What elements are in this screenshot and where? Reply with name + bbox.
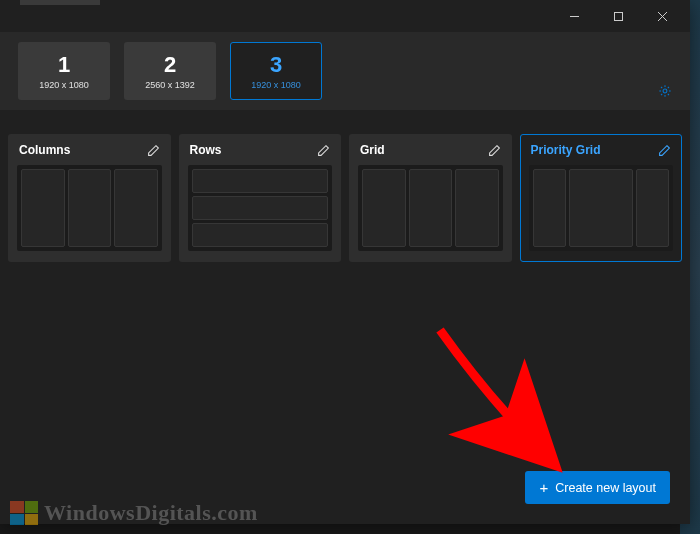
minimize-button[interactable] — [554, 2, 594, 30]
close-button[interactable] — [642, 2, 682, 30]
create-label: Create new layout — [555, 481, 656, 495]
watermark-text: WindowsDigitals.com — [44, 500, 258, 526]
monitor-resolution: 2560 x 1392 — [145, 80, 195, 90]
settings-icon[interactable] — [658, 84, 672, 102]
layout-columns[interactable]: Columns — [8, 134, 171, 262]
layout-title: Rows — [190, 143, 222, 157]
edit-icon[interactable] — [658, 144, 671, 157]
monitor-1[interactable]: 1 1920 x 1080 — [18, 42, 110, 100]
monitor-resolution: 1920 x 1080 — [251, 80, 301, 90]
monitor-resolution: 1920 x 1080 — [39, 80, 89, 90]
layout-priority-grid[interactable]: Priority Grid — [520, 134, 683, 262]
titlebar — [0, 0, 690, 32]
layout-title: Grid — [360, 143, 385, 157]
edit-icon[interactable] — [488, 144, 501, 157]
layout-title: Priority Grid — [531, 143, 601, 157]
edit-icon[interactable] — [147, 144, 160, 157]
monitor-number: 3 — [270, 52, 282, 78]
monitor-2[interactable]: 2 2560 x 1392 — [124, 42, 216, 100]
svg-rect-1 — [614, 12, 622, 20]
maximize-button[interactable] — [598, 2, 638, 30]
layouts-grid: Columns Rows Grid — [0, 110, 690, 262]
plus-icon: + — [539, 480, 548, 495]
watermark: WindowsDigitals.com — [10, 500, 258, 526]
edit-icon[interactable] — [317, 144, 330, 157]
fancyzones-editor-window: 1 1920 x 1080 2 2560 x 1392 3 1920 x 108… — [0, 0, 690, 524]
windows-logo-icon — [10, 501, 38, 525]
layout-preview — [358, 165, 503, 251]
layout-preview — [17, 165, 162, 251]
monitor-3[interactable]: 3 1920 x 1080 — [230, 42, 322, 100]
layout-preview — [529, 165, 674, 251]
layout-preview — [188, 165, 333, 251]
layout-rows[interactable]: Rows — [179, 134, 342, 262]
svg-point-4 — [663, 89, 667, 93]
monitor-number: 1 — [58, 52, 70, 78]
layout-grid[interactable]: Grid — [349, 134, 512, 262]
create-new-layout-button[interactable]: + Create new layout — [525, 471, 670, 504]
monitor-number: 2 — [164, 52, 176, 78]
monitor-selector-bar: 1 1920 x 1080 2 2560 x 1392 3 1920 x 108… — [0, 32, 690, 110]
layout-title: Columns — [19, 143, 70, 157]
